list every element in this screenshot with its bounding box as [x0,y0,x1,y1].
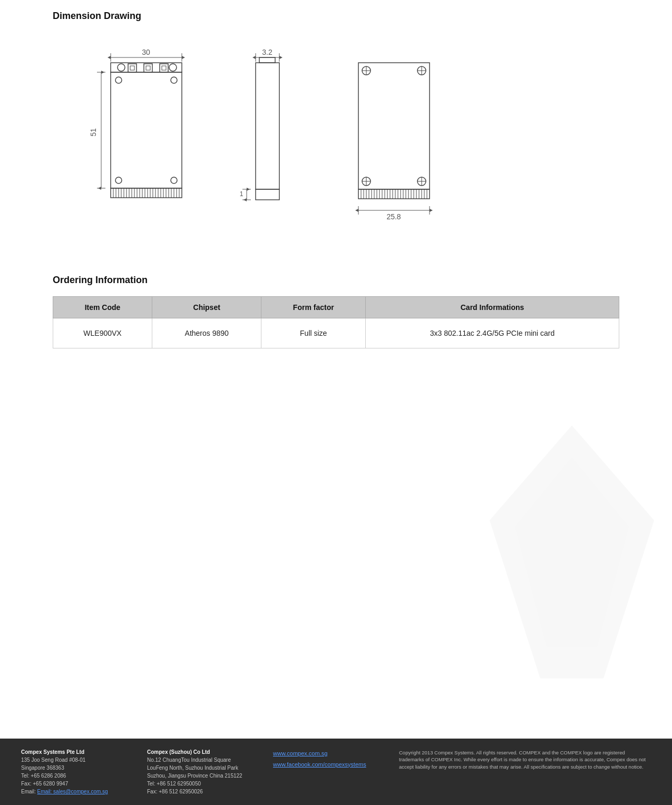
footer-sg-name: Compex Systems Pte Ltd [21,749,84,755]
table-row: WLE900VX Atheros 9890 Full size 3x3 802.… [53,318,619,348]
svg-text:30: 30 [142,48,150,56]
footer-cn-tel: Tel: +86 512 62950050 [147,780,273,788]
footer-links: www.compex.com.sg www.facebook.com/compe… [273,748,399,769]
svg-text:1: 1 [240,190,244,198]
col-header-item-code: Item Code [53,297,152,318]
svg-point-12 [169,64,177,71]
svg-rect-55 [256,189,279,200]
rear-view-drawing: 25.8 [332,43,448,238]
footer-sg-fax: Fax: +65 6280 9947 [21,780,147,788]
svg-point-45 [115,77,122,83]
footer-cn-fax: Fax: +86 512 62950026 [147,788,273,796]
svg-rect-54 [259,57,275,63]
footer-sg-email: Email: Email: sales@compex.com.sg [21,788,147,796]
footer-legal: Copyright 2013 Compex Systems. All right… [399,748,651,770]
cell-form-factor: Full size [261,318,366,348]
front-view-drawing: 30 [84,43,200,238]
svg-text:25.8: 25.8 [386,212,401,221]
ordering-table: Item Code Chipset Form factor Card Infor… [53,296,619,348]
ordering-section: Ordering Information Item Code Chipset F… [53,275,619,348]
footer-cn-address: No.12 ChuangTou Industrial SquareLouFeng… [147,756,273,780]
col-header-form-factor: Form factor [261,297,366,318]
side-view-drawing: 3.2 1 [232,43,300,238]
svg-point-5 [118,64,125,71]
svg-rect-53 [256,63,279,189]
svg-rect-60 [358,63,430,189]
dimension-drawing-area: 30 [53,32,619,254]
cell-card-info: 3x3 802.11ac 2.4G/5G PCIe mini card [366,318,619,348]
svg-point-46 [171,77,177,83]
svg-point-47 [115,177,122,183]
cell-chipset: Atheros 9890 [152,318,261,348]
svg-rect-9 [146,66,150,70]
svg-rect-6 [128,64,137,72]
svg-rect-10 [160,64,168,72]
svg-rect-11 [162,66,166,70]
ordering-title: Ordering Information [53,275,619,286]
table-header-row: Item Code Chipset Form factor Card Infor… [53,297,619,318]
svg-text:3.2: 3.2 [262,48,272,56]
footer-sg-company: Compex Systems Pte Ltd 135 Joo Seng Road… [21,748,147,796]
dimension-title: Dimension Drawing [53,11,619,22]
col-header-chipset: Chipset [152,297,261,318]
dimension-section: Dimension Drawing [53,11,619,254]
svg-marker-104 [490,425,654,678]
footer-facebook-link[interactable]: www.facebook.com/compexsystems [273,760,399,769]
svg-marker-105 [515,457,629,647]
footer: Compex Systems Pte Ltd 135 Joo Seng Road… [0,739,672,805]
footer-cn-company: Compex (Suzhou) Co Ltd No.12 ChuangTou I… [147,748,273,796]
footer-sg-address: 135 Joo Seng Road #08-01Singapore 368363 [21,756,147,772]
cell-item-code: WLE900VX [53,318,152,348]
svg-text:51: 51 [89,128,98,137]
footer-website-link[interactable]: www.compex.com.sg [273,749,399,758]
col-header-card-info: Card Informations [366,297,619,318]
footer-sg-tel: Tel: +65 6286 2086 [21,772,147,780]
svg-rect-8 [144,64,152,72]
svg-point-48 [171,177,177,183]
background-watermark [472,394,672,710]
svg-rect-13 [111,72,182,188]
footer-cn-name: Compex (Suzhou) Co Ltd [147,749,210,755]
svg-rect-7 [130,66,134,70]
